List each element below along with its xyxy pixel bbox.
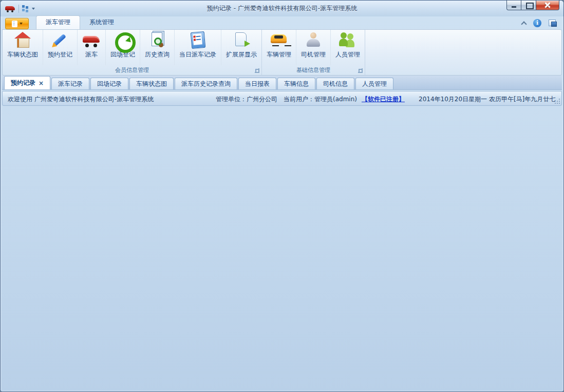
ribbon-group-buttons: 车辆状态图 预约登记 派车 — [3, 30, 261, 65]
close-button[interactable] — [536, 1, 559, 10]
info-icon[interactable]: i — [533, 19, 541, 27]
ribbon-group-member-info: 车辆状态图 预约登记 派车 — [3, 30, 262, 75]
window-title: 预约记录 - 广州爱奇迪软件科技有限公司-派车管理系统 — [1, 4, 563, 13]
ribbon-button[interactable]: 车辆状态图 — [3, 30, 43, 65]
ribbon-button[interactable]: 人员管理 — [331, 30, 365, 65]
document-tab-strip: 预约记录 × 派车记录 回场记录 车辆状态图 — [2, 76, 562, 89]
collapse-ribbon-icon[interactable] — [521, 21, 526, 26]
ribbon-group-buttons: 车辆管理 司机管理 人员管理 — [262, 30, 365, 65]
document-tab[interactable]: 预约记录 × — [4, 76, 50, 89]
ribbon-group-base-info: 车辆管理 司机管理 人员管理 基础信息管理 — [262, 30, 365, 75]
document-tab[interactable]: 回场记录 — [90, 78, 128, 89]
ribbon-button[interactable]: 历史查询 — [140, 30, 175, 65]
return-icon — [114, 31, 132, 49]
style-switch-icon[interactable] — [549, 20, 557, 27]
vehicle-manage-icon — [270, 31, 288, 49]
ribbon-group-label: 基础信息管理 — [262, 65, 365, 75]
ribbon-button[interactable]: 派车 — [78, 30, 106, 65]
ribbon-button[interactable]: 车辆管理 — [262, 30, 296, 65]
ribbon-tab-strip: 派车管理 系统管理 i — [2, 16, 562, 29]
ribbon: 车辆状态图 预约登记 派车 — [2, 29, 562, 76]
driver-icon — [304, 31, 323, 49]
ribbon-tab-dispatch[interactable]: 派车管理 — [36, 15, 80, 29]
current-user: 当前用户：管理员(admin) — [284, 95, 357, 104]
document-tab[interactable]: 派车记录 — [51, 78, 89, 89]
maximize-button[interactable] — [521, 1, 536, 10]
dispatch-car-icon — [82, 31, 101, 49]
management-unit: 管理单位：广州分公司 — [216, 95, 277, 104]
pencil-icon — [51, 31, 69, 49]
ribbon-button[interactable]: 预约登记 — [43, 30, 78, 65]
ribbon-button[interactable]: 当日派车记录 — [175, 30, 221, 65]
status-bar: 欢迎使用 广州爱奇迪软件科技有限公司-派车管理系统 管理单位：广州分公司 当前用… — [2, 91, 562, 106]
registered-link[interactable]: 【软件已注册】 — [362, 95, 405, 104]
app-menu-button[interactable] — [5, 18, 29, 29]
welcome-text: 欢迎使用 广州爱奇迪软件科技有限公司-派车管理系统 — [8, 95, 154, 104]
close-tab-icon[interactable]: × — [39, 80, 44, 87]
document-tab[interactable]: 司机信息 — [316, 78, 354, 89]
today-records-icon — [189, 31, 207, 49]
dialog-launcher-icon[interactable] — [255, 68, 259, 73]
document-tab[interactable]: 当日报表 — [238, 78, 276, 89]
window-controls — [506, 1, 559, 10]
ribbon-button[interactable]: 司机管理 — [296, 30, 331, 65]
document-tab[interactable]: 车辆信息 — [277, 78, 315, 89]
history-search-icon — [148, 31, 166, 49]
extend-screen-icon — [232, 31, 251, 49]
document-tab[interactable]: 派车历史记录查询 — [175, 78, 237, 89]
minimize-button[interactable] — [506, 1, 521, 10]
ribbon-button[interactable]: 回场登记 — [106, 30, 140, 65]
chevron-down-icon — [20, 23, 23, 25]
document-tab[interactable]: 人员管理 — [355, 78, 393, 89]
document-tab[interactable]: 车辆状态图 — [129, 78, 174, 89]
app-menu-icon — [12, 21, 17, 27]
ribbon-button[interactable]: 扩展屏显示 — [221, 30, 261, 65]
resize-grip-icon[interactable] — [554, 98, 560, 104]
dialog-launcher-icon[interactable] — [358, 68, 363, 73]
app-window: 预约记录 - 广州爱奇迪软件科技有限公司-派车管理系统 派车管理 系统管理 i — [0, 0, 564, 392]
house-icon — [13, 31, 32, 49]
people-icon — [339, 31, 357, 49]
reservation-records-page: 申请单号 用车时间 ~ 派车人 用车人 用车部门 用车人电话 — [2, 89, 562, 90]
ribbon-tab-system[interactable]: 系统管理 — [80, 16, 123, 29]
ribbon-group-label: 会员信息管理 — [3, 65, 261, 75]
date-text: 2014年10月20日星期一 农历甲午[马]年九月廿七 — [419, 95, 555, 104]
title-bar[interactable]: 预约记录 - 广州爱奇迪软件科技有限公司-派车管理系统 — [1, 1, 563, 16]
ribbon-utility-icons: i — [521, 19, 557, 27]
